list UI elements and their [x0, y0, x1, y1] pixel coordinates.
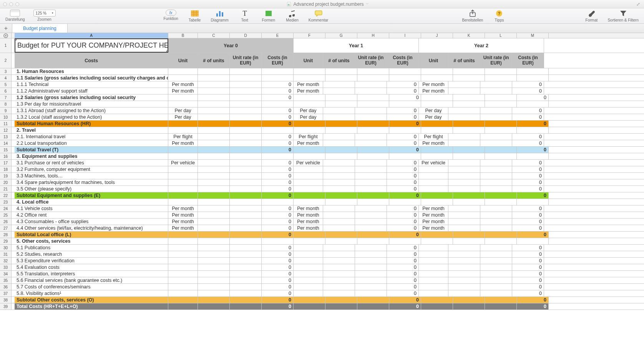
cell[interactable] — [517, 153, 549, 159]
cost-cell[interactable]: 0 — [387, 251, 419, 257]
numunits-cell[interactable] — [198, 140, 230, 146]
minimize-icon[interactable] — [9, 2, 13, 6]
column-header[interactable]: B — [168, 33, 198, 38]
subtotal-cell[interactable] — [357, 232, 389, 238]
numunits-cell[interactable] — [198, 88, 230, 94]
cell[interactable] — [325, 199, 357, 205]
label-cell[interactable]: 4.4 Other services (tel/fax, electricity… — [15, 225, 168, 231]
numunits-cell[interactable] — [198, 251, 230, 257]
cell[interactable] — [517, 68, 549, 75]
close-icon[interactable] — [3, 2, 7, 6]
row-header[interactable]: 32 — [0, 258, 12, 264]
subtotal-cell[interactable] — [421, 147, 453, 153]
cell[interactable] — [230, 101, 262, 107]
label-cell[interactable]: 5.7 Costs of conferences/seminars — [15, 284, 168, 290]
cell[interactable] — [357, 94, 389, 101]
cell[interactable] — [421, 101, 453, 107]
cell[interactable] — [230, 75, 262, 81]
unit-cell[interactable] — [168, 173, 198, 179]
rate-cell[interactable] — [480, 277, 512, 283]
cell[interactable] — [517, 101, 549, 107]
cell[interactable] — [198, 75, 230, 81]
unit-cell[interactable]: Per day — [168, 108, 198, 114]
row-header[interactable]: 36 — [0, 284, 12, 290]
unit-cell[interactable]: Per month — [419, 81, 448, 88]
unit-cell[interactable]: Per month — [168, 212, 198, 218]
cell[interactable] — [485, 75, 517, 81]
unit-cell[interactable]: Per day — [419, 108, 448, 114]
numunits-cell[interactable] — [448, 134, 480, 140]
row-header[interactable]: 22 — [0, 192, 12, 199]
cell[interactable] — [389, 238, 421, 244]
subtotal-cell[interactable]: 0 — [517, 147, 549, 153]
cell[interactable] — [325, 101, 357, 107]
numunits-cell[interactable] — [323, 160, 355, 166]
cell[interactable] — [230, 127, 262, 133]
subtotal-cell[interactable]: 0 — [262, 192, 294, 199]
unit-header[interactable]: Unit — [168, 53, 198, 68]
rate-cell[interactable] — [230, 160, 262, 166]
subtotal-cell[interactable] — [485, 121, 517, 127]
cell[interactable] — [262, 199, 294, 205]
label-cell[interactable]: 4. Local office — [15, 199, 168, 205]
cell[interactable] — [485, 68, 517, 75]
subtotal-cell[interactable] — [294, 147, 325, 153]
rate-cell[interactable] — [355, 179, 387, 185]
cost-cell[interactable]: 0 — [262, 225, 294, 231]
table-button[interactable]: Tabelle — [187, 10, 202, 22]
numunits-cell[interactable] — [198, 166, 230, 172]
year0-header[interactable]: Year 0 — [168, 38, 294, 53]
unit-cell[interactable]: Per month — [419, 225, 448, 231]
cell[interactable] — [262, 68, 294, 75]
cost-cell[interactable]: 0 — [387, 264, 419, 270]
subtotal-cell[interactable] — [198, 121, 230, 127]
unit-cell[interactable]: Per flight — [168, 134, 198, 140]
unit-cell[interactable]: Per day — [168, 114, 198, 120]
cost-header[interactable]: Costs (in EUR) — [262, 53, 294, 68]
unit-cell[interactable] — [294, 290, 323, 296]
cell[interactable] — [168, 199, 198, 205]
label-cell[interactable]: 3.5 Other (please specify) — [15, 186, 168, 192]
numunits-cell[interactable] — [198, 205, 230, 212]
unit-cell[interactable]: Per month — [419, 140, 448, 146]
cost-cell[interactable]: 0 — [262, 219, 294, 225]
rate-cell[interactable] — [480, 284, 512, 290]
subtotal-cell[interactable] — [198, 297, 230, 303]
cell[interactable] — [485, 199, 517, 205]
rate-cell[interactable] — [355, 166, 387, 172]
select-all-corner[interactable] — [0, 33, 12, 38]
numunits-cell[interactable] — [448, 114, 480, 120]
rate-cell[interactable] — [355, 134, 387, 140]
numunits-cell[interactable] — [198, 108, 230, 114]
unit-cell[interactable]: Per vehicle — [168, 160, 198, 166]
subtotal-cell[interactable]: 0 — [517, 192, 549, 199]
row-header[interactable]: 10 — [0, 114, 12, 120]
numunits-cell[interactable] — [198, 160, 230, 166]
cost-cell[interactable]: 0 — [512, 284, 544, 290]
numunits-cell[interactable] — [198, 219, 230, 225]
cost-cell[interactable]: 0 — [512, 271, 544, 277]
cell[interactable] — [168, 238, 198, 244]
cell[interactable] — [453, 101, 485, 107]
subtotal-cell[interactable]: 0 — [262, 147, 294, 153]
numunits-cell[interactable] — [198, 81, 230, 88]
unit-cell[interactable]: Per day — [419, 114, 448, 120]
rate-cell[interactable] — [480, 173, 512, 179]
rate-header[interactable]: Unit rate (in EUR) — [230, 53, 262, 68]
label-cell[interactable]: 5.4 Evaluation costs — [15, 264, 168, 270]
rate-cell[interactable] — [230, 205, 262, 212]
cell[interactable] — [230, 68, 262, 75]
cost-cell[interactable]: 0 — [512, 251, 544, 257]
numunits-cell[interactable] — [323, 277, 355, 283]
row-header[interactable]: 19 — [0, 173, 12, 179]
subtotal-cell[interactable] — [168, 192, 198, 199]
unit-cell[interactable]: Per month — [168, 88, 198, 94]
row-header[interactable]: 14 — [0, 140, 12, 146]
label-cell[interactable]: 3. Equipment and supplies — [15, 153, 168, 159]
rate-cell[interactable] — [480, 251, 512, 257]
numunits-cell[interactable] — [448, 284, 480, 290]
row-header[interactable]: 21 — [0, 186, 12, 192]
numunits-cell[interactable] — [323, 212, 355, 218]
cell[interactable] — [453, 127, 485, 133]
subtotal-cell[interactable] — [421, 297, 453, 303]
